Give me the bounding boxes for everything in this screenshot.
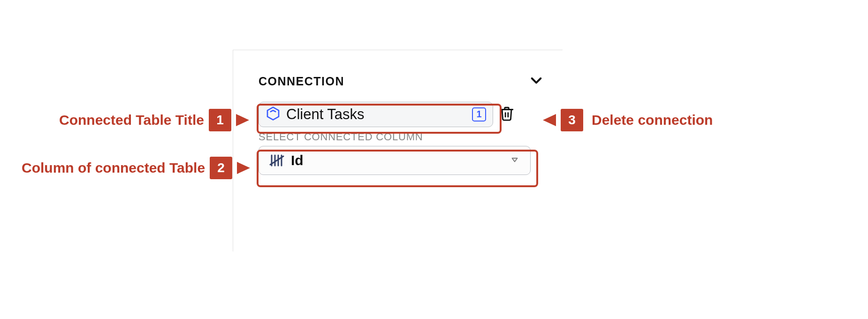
svg-marker-6 [512,158,518,161]
dropdown-triangle-icon [510,154,520,167]
connection-panel: CONNECTION Client Tasks 1 [233,50,563,251]
arrow-right-icon [236,114,249,126]
annotation-1-badge: 1 [209,109,231,131]
annotation-3-text: Delete connection [592,112,713,128]
delete-connection-button[interactable] [498,106,516,123]
section-header[interactable]: CONNECTION [259,73,544,90]
svg-marker-0 [267,107,279,120]
connected-table-row: Client Tasks 1 [259,102,544,127]
annotation-3-badge: 3 [561,109,583,131]
connected-table-chip[interactable]: Client Tasks 1 [259,102,493,127]
section-title: CONNECTION [259,75,344,88]
trash-icon [499,106,515,123]
annotation-3: Delete connection 3 [543,109,713,131]
annotation-2: Column of connected Table 2 [22,157,250,179]
annotation-1: Connected Table Title 1 [59,109,249,131]
tally-icon [269,153,286,167]
hexagon-icon [266,106,281,123]
chevron-down-icon [529,73,544,90]
select-connected-column-label: SELECT CONNECTED COLUMN [259,131,544,143]
connected-column-select[interactable]: Id [259,146,531,175]
annotation-1-text: Connected Table Title [59,112,204,128]
annotation-2-text: Column of connected Table [22,160,205,176]
connection-count-badge: 1 [472,107,486,122]
arrow-left-icon [543,114,556,126]
annotation-2-badge: 2 [210,157,232,179]
arrow-right-icon [237,162,250,174]
connected-column-value: Id [291,152,505,168]
connected-table-name: Client Tasks [286,106,466,123]
